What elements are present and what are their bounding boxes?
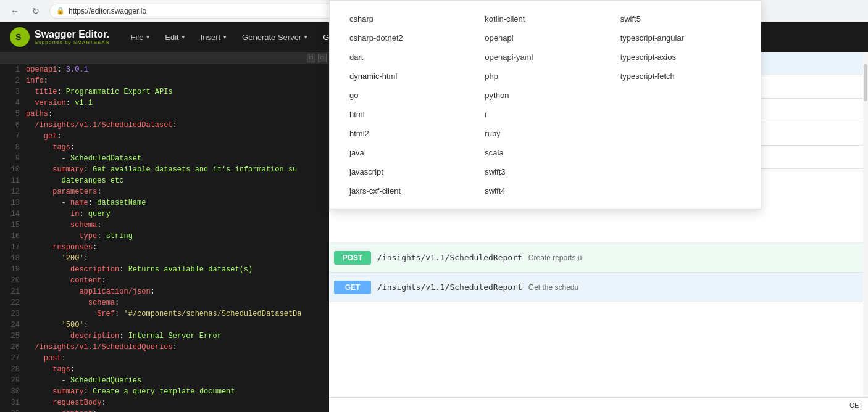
code-line-7: 7 get: xyxy=(0,131,329,142)
url-text: https://editor.swagger.io xyxy=(69,7,146,15)
dropdown-item-ruby[interactable]: ruby xyxy=(477,125,612,142)
file-arrow-icon: ▼ xyxy=(145,35,150,40)
code-line-17: 17 responses: xyxy=(0,242,329,253)
endpoint-row-post-report[interactable]: POST /insights/v1.1/ScheduledReport Crea… xyxy=(329,243,868,273)
dropdown-grid: csharp kotlin-client swift5 csharp-dotne… xyxy=(342,10,748,199)
svg-text:S: S xyxy=(15,32,21,42)
dropdown-item-empty-3 xyxy=(613,125,748,142)
code-line-23: 23 $ref: '#/components/schemas/Scheduled… xyxy=(0,308,329,319)
insert-arrow-icon: ▼ xyxy=(222,35,227,40)
app-sub: Supported by SMARTBEAR xyxy=(35,39,109,45)
dropdown-item-python[interactable]: python xyxy=(477,87,612,104)
dropdown-item-html[interactable]: html xyxy=(342,106,477,123)
code-line-3: 3 title: Programmatic Export APIs xyxy=(0,86,329,97)
post-badge-report: POST xyxy=(334,251,371,265)
code-line-15: 15 schema: xyxy=(0,220,329,231)
dropdown-item-swift4[interactable]: swift4 xyxy=(477,183,612,199)
code-line-25: 25 description: Internal Server Error xyxy=(0,331,329,342)
dropdown-item-dynamic-html[interactable]: dynamic-html xyxy=(342,68,477,84)
code-line-4: 4 version: v1.1 xyxy=(0,97,329,109)
post-report-path: /insights/v1.1/ScheduledReport xyxy=(377,253,522,262)
code-line-31: 31 requestBody: xyxy=(0,397,329,408)
code-line-6: 6 /insights/v1.1/ScheduledDataset: xyxy=(0,120,329,131)
dropdown-item-swift3[interactable]: swift3 xyxy=(477,163,612,180)
right-scrollbar[interactable] xyxy=(863,52,868,412)
endpoint-row-get-report[interactable]: GET /insights/v1.1/ScheduledReport Get t… xyxy=(329,273,868,302)
editor-btn-1[interactable]: □ xyxy=(307,54,315,62)
dropdown-item-javascript[interactable]: javascript xyxy=(342,163,477,180)
generate-client-dropdown: csharp kotlin-client swift5 csharp-dotne… xyxy=(329,0,761,210)
code-line-16: 16 type: string xyxy=(0,231,329,242)
code-line-1: 1 openapi: 3.0.1 xyxy=(0,64,329,75)
code-line-32: 32 content: xyxy=(0,408,329,412)
code-line-9: 9 - ScheduledDataset xyxy=(0,153,329,164)
code-line-13: 13 - name: datasetName xyxy=(0,197,329,208)
editor-btn-2[interactable]: □ xyxy=(318,54,327,62)
address-bar: 🔒 https://editor.swagger.io xyxy=(49,4,358,19)
code-editor-panel: □ □ 1 openapi: 3.0.1 2 info: 3 title: Pr… xyxy=(0,52,329,412)
get-report-path: /insights/v1.1/ScheduledReport xyxy=(377,282,522,292)
dropdown-item-csharp-dotnet2[interactable]: csharp-dotnet2 xyxy=(342,30,477,46)
dropdown-item-openapi-yaml[interactable]: openapi-yaml xyxy=(477,49,612,65)
nav-insert[interactable]: Insert ▼ xyxy=(194,30,233,44)
edit-arrow-icon: ▼ xyxy=(181,35,186,40)
code-line-19: 19 description: Returns available datase… xyxy=(0,264,329,275)
dropdown-item-empty-4 xyxy=(613,144,748,161)
dropdown-item-swift5[interactable]: swift5 xyxy=(613,10,748,27)
code-line-24: 24 '500': xyxy=(0,319,329,331)
code-line-18: 18 '200': xyxy=(0,253,329,264)
dropdown-item-empty-5 xyxy=(613,163,748,180)
post-report-desc: Create reports u xyxy=(528,253,582,262)
code-line-21: 21 application/json: xyxy=(0,286,329,297)
swagger-logo: S Swagger Editor. Supported by SMARTBEAR xyxy=(10,27,109,47)
dropdown-item-typescript-axios[interactable]: typescript-axios xyxy=(613,49,748,65)
dropdown-item-csharp[interactable]: csharp xyxy=(342,10,477,27)
code-line-2: 2 info: xyxy=(0,75,329,86)
code-line-26: 26 /insights/v1.1/ScheduledQueries: xyxy=(0,342,329,353)
code-line-20: 20 content: xyxy=(0,275,329,286)
code-line-11: 11 dateranges etc xyxy=(0,175,329,186)
code-line-5: 5 paths: xyxy=(0,109,329,120)
back-button[interactable]: ← xyxy=(7,4,22,19)
generate-server-arrow-icon: ▼ xyxy=(303,35,308,40)
nav-file[interactable]: File ▼ xyxy=(124,30,156,44)
code-line-10: 10 summary: Get available datasets and i… xyxy=(0,164,329,175)
scrollbar-thumb xyxy=(864,64,867,101)
get-report-desc: Get the schedu xyxy=(528,283,578,292)
dropdown-item-r[interactable]: r xyxy=(477,106,612,123)
dropdown-item-empty-6 xyxy=(613,183,748,199)
dropdown-item-kotlin-client[interactable]: kotlin-client xyxy=(477,10,612,27)
main-content: □ □ 1 openapi: 3.0.1 2 info: 3 title: Pr… xyxy=(0,52,868,412)
code-line-28: 28 tags: xyxy=(0,364,329,375)
code-line-8: 8 tags: xyxy=(0,142,329,153)
swagger-logo-icon: S xyxy=(10,27,30,47)
nav-edit[interactable]: Edit ▼ xyxy=(159,30,191,44)
dropdown-item-html2[interactable]: html2 xyxy=(342,125,477,142)
code-line-22: 22 schema: xyxy=(0,297,329,308)
get-badge-report: GET xyxy=(334,281,371,294)
dropdown-item-empty-2 xyxy=(613,106,748,123)
app-name: Swagger Editor. xyxy=(35,30,109,39)
status-bar: CET xyxy=(329,397,868,412)
dropdown-item-scala[interactable]: scala xyxy=(477,144,612,161)
dropdown-item-typescript-angular[interactable]: typescript-angular xyxy=(613,30,748,46)
code-line-29: 29 - ScheduledQueries xyxy=(0,375,329,386)
dropdown-item-php[interactable]: php xyxy=(477,68,612,84)
code-line-14: 14 in: query xyxy=(0,208,329,220)
dropdown-item-dart[interactable]: dart xyxy=(342,49,477,65)
swagger-logo-text: Swagger Editor. Supported by SMARTBEAR xyxy=(35,30,109,45)
dropdown-item-empty-1 xyxy=(613,87,748,104)
code-line-30: 30 summary: Create a query template docu… xyxy=(0,386,329,397)
dropdown-item-go[interactable]: go xyxy=(342,87,477,104)
nav-generate-server[interactable]: Generate Server ▼ xyxy=(236,30,314,44)
code-line-27: 27 post: xyxy=(0,353,329,364)
editor-toolbar: □ □ xyxy=(0,52,329,64)
refresh-button[interactable]: ↻ xyxy=(28,4,43,19)
dropdown-item-typescript-fetch[interactable]: typescript-fetch xyxy=(613,68,748,84)
lock-icon: 🔒 xyxy=(56,7,65,15)
dropdown-item-openapi[interactable]: openapi xyxy=(477,30,612,46)
timezone-label: CET xyxy=(849,402,863,409)
dropdown-item-java[interactable]: java xyxy=(342,144,477,161)
code-line-12: 12 parameters: xyxy=(0,186,329,197)
dropdown-item-jaxrs-cxf-client[interactable]: jaxrs-cxf-client xyxy=(342,183,477,199)
